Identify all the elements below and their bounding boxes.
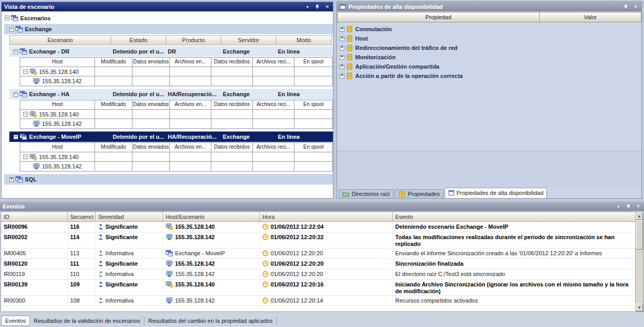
scroll-up-icon[interactable]: ▲: [636, 212, 643, 220]
expand-icon[interactable]: [340, 55, 344, 60]
chevron-down-icon[interactable]: [304, 3, 311, 10]
event-row[interactable]: SR00120 111 Significante 155.35.128.142 …: [1, 259, 635, 269]
scenario-estado: Detenido por el u...: [111, 91, 166, 97]
expand-icon[interactable]: [340, 64, 344, 69]
host-col-archivos-rec[interactable]: Archivos reci...: [253, 143, 294, 152]
event-id: IR00300: [1, 296, 68, 306]
event-row[interactable]: IM00405 113 Informativa Exchange - MoveI…: [1, 248, 635, 259]
collapse-icon[interactable]: [14, 135, 18, 139]
host-col-modificado[interactable]: Modificado: [95, 143, 132, 152]
host-col-modificado[interactable]: Modificado: [95, 58, 132, 67]
host-col-archivos-env[interactable]: Archivos en...: [170, 58, 211, 67]
host-name: 155.35.128.140: [39, 69, 78, 75]
pin-icon[interactable]: [314, 3, 321, 10]
event-time: 01/06/2012 12:20:14: [260, 296, 393, 306]
property-item-conmutacion[interactable]: Conmutación: [337, 24, 641, 34]
column-header-severidad[interactable]: Severidad: [96, 212, 163, 222]
host-col-en-spool[interactable]: En spool: [294, 143, 332, 152]
column-header-estado[interactable]: Estado: [111, 35, 166, 45]
chevron-down-icon[interactable]: [615, 203, 622, 210]
host-col-datos-recibidos[interactable]: Datos recibidos: [211, 143, 253, 152]
group-row-sql[interactable]: SQL: [4, 174, 333, 185]
event-row[interactable]: SR00096 116 Significante 155.35.128.140 …: [1, 222, 635, 232]
column-header-evento[interactable]: Evento: [393, 212, 635, 222]
column-header-host-escenario[interactable]: Host/Escenario: [163, 212, 260, 222]
collapse-icon[interactable]: [9, 27, 14, 32]
column-header-secuencia[interactable]: Secuenci: [68, 212, 96, 222]
event-row[interactable]: IR00119 110 Informativa 155.35.128.142 0…: [1, 269, 635, 280]
tab-resultados-validacion[interactable]: Resultados de la validación de escenario…: [30, 316, 144, 325]
scroll-down-icon[interactable]: ▼: [636, 304, 643, 311]
scroll-thumb[interactable]: [636, 220, 643, 250]
collapse-icon[interactable]: [23, 69, 28, 74]
host-col-archivos-env[interactable]: Archivos en...: [170, 143, 211, 152]
collapse-icon[interactable]: [23, 154, 28, 159]
collapse-icon[interactable]: [23, 112, 28, 116]
host-row[interactable]: 155.35.128.140: [20, 152, 332, 162]
property-item-redireccionamiento[interactable]: Redireccionamiento del tráfico de red: [337, 43, 641, 53]
column-header-id[interactable]: ID: [1, 212, 68, 222]
column-header-servidor[interactable]: Servidor: [221, 35, 276, 45]
property-item-accion-operacion[interactable]: Acción a partir de la operación correcta: [337, 71, 641, 81]
tree-root-escenarios[interactable]: Escenarios: [2, 13, 333, 23]
group-row-exchange[interactable]: Exchange: [4, 24, 333, 34]
property-label: Aplicación/Gestión compartida: [355, 63, 439, 70]
pin-icon[interactable]: [625, 203, 632, 210]
host-col-datos-recibidos[interactable]: Datos recibidos: [211, 58, 253, 67]
close-icon[interactable]: [632, 3, 639, 10]
host-col-datos-enviados[interactable]: Datos enviados: [132, 100, 170, 110]
host-col-host[interactable]: Host: [20, 143, 95, 152]
host-col-datos-enviados[interactable]: Datos enviados: [132, 143, 170, 152]
pin-icon[interactable]: [622, 3, 629, 10]
property-item-monitorizacion[interactable]: Monitorización: [337, 53, 641, 62]
host-col-archivos-rec[interactable]: Archivos reci...: [253, 58, 294, 67]
host-row[interactable]: 155.35.128.142: [20, 119, 332, 128]
tab-eventos[interactable]: Eventos: [1, 316, 30, 326]
tab-resultados-cambio-propiedad[interactable]: Resultados del cambio en la propiedad ap…: [144, 316, 277, 325]
host-col-en-spool[interactable]: En spool: [294, 58, 332, 67]
column-header-propiedad[interactable]: Propiedad: [337, 12, 540, 22]
event-row[interactable]: IR00300 108 Informativa 155.35.128.142 0…: [1, 296, 635, 306]
scenario-row-exchange-moveip[interactable]: Exchange - MoveIP Detenido por el u... H…: [9, 132, 333, 142]
scenario-row-exchange-ha[interactable]: Exchange - HA Detenido por el u... HA/Re…: [9, 89, 333, 99]
column-header-modo[interactable]: Modo: [276, 35, 332, 45]
collapse-icon[interactable]: [14, 49, 18, 54]
host-row[interactable]: 155.35.128.142: [20, 76, 332, 86]
host-row[interactable]: 155.35.128.140: [20, 67, 332, 76]
scenario-row-exchange-dr[interactable]: Exchange - DR Detenido por el u... DR Ex…: [9, 46, 333, 57]
collapse-icon[interactable]: [14, 92, 18, 97]
tab-directorios-raiz[interactable]: Directorios raíz: [339, 189, 394, 198]
host-col-archivos-rec[interactable]: Archivos reci...: [253, 100, 294, 110]
column-header-hora[interactable]: Hora: [260, 212, 393, 222]
host-col-modificado[interactable]: Modificado: [95, 100, 132, 110]
collapse-icon[interactable]: [5, 16, 9, 20]
host-col-host[interactable]: Host: [20, 100, 95, 110]
close-icon[interactable]: [324, 3, 331, 10]
host-col-datos-recibidos[interactable]: Datos recibidos: [211, 100, 253, 110]
column-header-producto[interactable]: Producto: [166, 35, 221, 45]
host-row[interactable]: 155.35.128.142: [20, 162, 332, 171]
expand-icon[interactable]: [340, 46, 344, 50]
close-icon[interactable]: [635, 203, 642, 210]
host-col-en-spool[interactable]: En spool: [294, 100, 332, 110]
column-header-escenario[interactable]: Escenario: [9, 35, 111, 45]
property-item-host[interactable]: Host: [337, 34, 641, 43]
host-col-archivos-env[interactable]: Archivos en...: [170, 100, 211, 110]
host-col-datos-enviados[interactable]: Datos enviados: [132, 58, 170, 67]
expand-icon[interactable]: [340, 27, 344, 32]
column-header-valor[interactable]: Valor: [540, 12, 641, 22]
expand-icon[interactable]: [9, 177, 14, 182]
event-row[interactable]: SR00139 109 Significante 155.35.128.140 …: [1, 280, 635, 296]
expand-icon[interactable]: [340, 74, 344, 79]
event-row[interactable]: SR00202 114 Significante 155.35.128.142 …: [1, 232, 635, 248]
vertical-scrollbar[interactable]: ▲ ▼: [635, 212, 643, 311]
tab-propiedades-alta-disponibilidad[interactable]: Propiedades de alta disponibilidad: [445, 188, 547, 198]
tab-propiedades[interactable]: Propiedades: [395, 189, 444, 198]
expand-icon[interactable]: [340, 36, 344, 41]
host-row[interactable]: 155.35.128.140: [20, 110, 332, 119]
event-host: 155.35.128.142: [163, 259, 260, 269]
event-severity: Significante: [96, 259, 163, 269]
host-col-host[interactable]: Host: [20, 58, 95, 67]
property-item-aplicacion-gestion[interactable]: Aplicación/Gestión compartida: [337, 62, 641, 71]
event-seq: 108: [68, 296, 96, 306]
